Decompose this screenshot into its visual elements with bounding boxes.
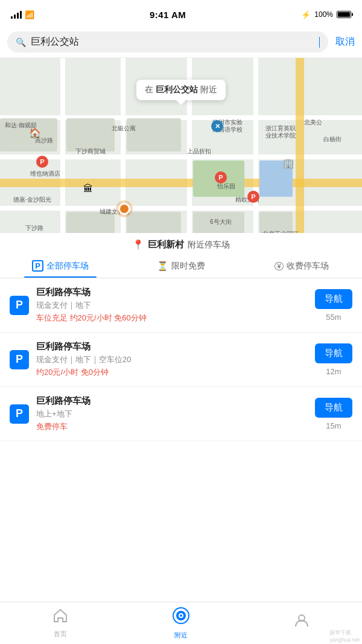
parking-badge-1: P <box>10 296 29 315</box>
search-input-wrapper[interactable]: 🔍 巨利公交站 <box>7 31 328 53</box>
tab-all-label: 全部停车场 <box>46 261 89 272</box>
bottom-nav: 首页 附近 扬华下载yanghua.net <box>0 602 362 644</box>
tabs-row: P 全部停车场 ⏳ 限时免费 ¥ 收费停车场 <box>0 254 362 278</box>
tab-paid[interactable]: ¥ 收费停车场 <box>241 255 362 278</box>
nav-button-3[interactable]: 导航 <box>315 398 352 418</box>
home-icon <box>52 608 68 627</box>
bottom-nav-home[interactable]: 首页 <box>0 603 121 643</box>
tooltip-suffix: 附近 <box>200 84 217 95</box>
parking-item-1: P 巨利路停车场 现金支付｜地下 车位充足 约20元/小时 免60分钟 导航 5… <box>0 278 362 333</box>
distance-3: 15m <box>326 421 341 430</box>
parking-right-1: 导航 55m <box>315 289 352 322</box>
parking-name-1: 巨利路停车场 <box>36 287 308 298</box>
status-time: 9:41 AM <box>150 10 186 20</box>
parking-info-3: 巨利路停车场 地上+地下 免费停车 <box>36 395 308 432</box>
tab-free-label: 限时免费 <box>171 261 205 272</box>
distance-2: 12m <box>326 367 341 376</box>
svg-point-3 <box>180 614 182 617</box>
location-row: 📍 巨利新村 附近停车场 <box>0 233 362 254</box>
tab-paid-label: 收费停车场 <box>287 261 329 272</box>
parking-name-3: 巨利路停车场 <box>36 395 308 407</box>
distance-1: 55m <box>326 313 341 322</box>
parking-highlight-1: 车位充足 约20元/小时 免60分钟 <box>36 313 308 324</box>
tab-all-icon: P <box>32 260 43 272</box>
landmark-marker: 🏛 <box>83 183 93 194</box>
parking-marker-1[interactable]: P <box>36 156 48 168</box>
tooltip-place: 巨利公交站 <box>156 84 198 95</box>
parking-info-2: 巨利路停车场 现金支付｜地下｜空车位20 约20元/小时 免0分钟 <box>36 341 308 378</box>
parking-item-2: P 巨利路停车场 现金支付｜地下｜空车位20 约20元/小时 免0分钟 导航 1… <box>0 333 362 387</box>
tab-all[interactable]: P 全部停车场 <box>0 254 121 278</box>
nearby-icon <box>172 607 190 628</box>
tab-free[interactable]: ⏳ 限时免费 <box>121 255 241 278</box>
parking-sub-3: 地上+地下 <box>36 409 308 419</box>
signal-icon <box>11 10 22 19</box>
cancel-button[interactable]: 取消 <box>335 36 355 48</box>
profile-icon <box>294 613 310 632</box>
building-marker: 🏢 <box>282 158 294 169</box>
search-icon: 🔍 <box>16 37 26 47</box>
wifi-icon: 📶 <box>25 10 34 19</box>
parking-sub-1: 现金支付｜地下 <box>36 300 308 311</box>
parking-marker-2[interactable]: P <box>215 171 227 183</box>
text-cursor <box>319 37 320 48</box>
map-tooltip: 在 巨利公交站 附近 <box>136 80 226 100</box>
school-marker: ✕ <box>211 120 223 132</box>
bottom-nav-nearby[interactable]: 附近 <box>121 602 241 644</box>
parking-badge-3: P <box>10 404 29 424</box>
parking-sub-2: 现金支付｜地下｜空车位20 <box>36 354 308 365</box>
status-left: 📶 <box>11 10 34 19</box>
bluetooth-icon: ⚡ <box>301 10 311 19</box>
battery-icon <box>337 11 351 18</box>
location-pin-icon: 📍 <box>132 239 144 250</box>
parking-right-2: 导航 12m <box>315 343 352 376</box>
search-input[interactable]: 巨利公交站 <box>31 36 314 48</box>
parking-badge-2: P <box>10 350 29 369</box>
watermark: 扬华下载yanghua.net <box>329 629 360 643</box>
nearby-nav-label: 附近 <box>174 631 188 640</box>
home-marker-1: 🏠 <box>29 127 41 139</box>
tab-free-icon: ⏳ <box>157 261 168 272</box>
parking-list: P 巨利路停车场 现金支付｜地下 车位充足 约20元/小时 免60分钟 导航 5… <box>0 278 362 441</box>
nav-button-1[interactable]: 导航 <box>315 289 352 309</box>
parking-right-3: 导航 15m <box>315 398 352 430</box>
tooltip-prefix: 在 <box>145 84 153 95</box>
location-name: 巨利新村 <box>148 239 184 250</box>
current-location-dot <box>118 203 130 215</box>
status-bar: 📶 9:41 AM ⚡ 100% <box>0 0 362 27</box>
location-suffix: 附近停车场 <box>188 240 230 250</box>
parking-highlight-3: 免费停车 <box>36 421 308 432</box>
status-right: ⚡ 100% <box>301 10 351 19</box>
home-nav-label: 首页 <box>54 630 67 639</box>
parking-marker-3[interactable]: P <box>247 191 259 203</box>
search-bar: 🔍 巨利公交站 取消 <box>0 27 362 58</box>
parking-info-1: 巨利路停车场 现金支付｜地下 车位充足 约20元/小时 免60分钟 <box>36 287 308 324</box>
parking-item-3: P 巨利路停车场 地上+地下 免费停车 导航 15m <box>0 387 362 441</box>
map-view[interactable]: 和达·御观邸 高沙路 北银公寓 下沙商贸城 上品折扣 维也纳酒店 德嘉·金沙阳光… <box>0 58 362 233</box>
parking-highlight-2: 约20元/小时 免0分钟 <box>36 367 308 378</box>
battery-percent: 100% <box>314 10 333 19</box>
tab-paid-icon: ¥ <box>275 262 283 270</box>
parking-name-2: 巨利路停车场 <box>36 341 308 352</box>
nav-button-2[interactable]: 导航 <box>315 343 352 363</box>
